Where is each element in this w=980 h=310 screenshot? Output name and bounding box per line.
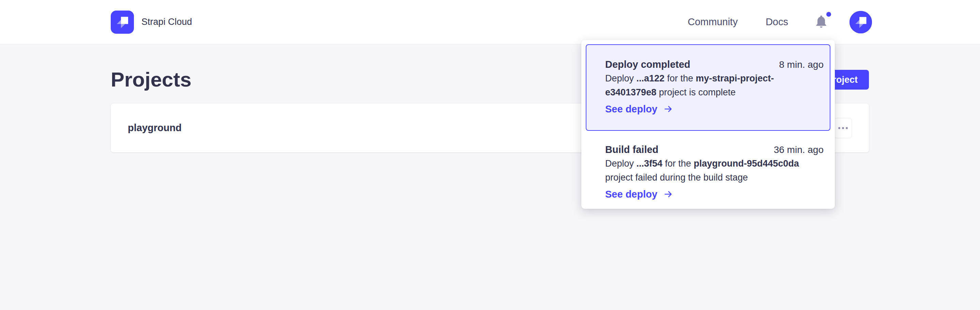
notification-body: Deploy ...3f54 for the playground-95d445… (605, 157, 824, 184)
see-deploy-link[interactable]: See deploy (605, 102, 824, 116)
brand-title: Strapi Cloud (142, 17, 192, 27)
page-title: Projects (111, 70, 191, 90)
notification-title: Deploy completed (605, 57, 690, 71)
arrow-right-icon (663, 189, 674, 199)
see-deploy-label: See deploy (605, 103, 657, 115)
top-navbar: Strapi Cloud Community Docs (0, 0, 980, 44)
notification-item-deploy-completed[interactable]: Deploy completed 8 min. ago Deploy ...a1… (586, 44, 830, 131)
notification-time: 8 min. ago (779, 58, 824, 72)
notifications-bell-button[interactable] (813, 13, 830, 32)
see-deploy-label: See deploy (605, 189, 657, 200)
notification-item-build-failed[interactable]: Build failed 36 min. ago Deploy ...3f54 … (586, 131, 830, 204)
notification-title: Build failed (605, 143, 658, 156)
ellipsis-icon (838, 127, 848, 129)
nav-link-docs[interactable]: Docs (766, 16, 788, 28)
notification-time: 36 min. ago (774, 143, 824, 157)
project-name: playground (128, 122, 181, 134)
brand[interactable]: Strapi Cloud (111, 11, 192, 34)
notifications-popover: Deploy completed 8 min. ago Deploy ...a1… (581, 40, 835, 209)
user-avatar-button[interactable] (850, 11, 872, 33)
notification-title-row: Deploy completed 8 min. ago (605, 57, 824, 72)
bell-icon (814, 13, 829, 31)
project-menu-button[interactable] (834, 118, 852, 138)
strapi-logo-icon (111, 11, 134, 34)
nav-link-community[interactable]: Community (687, 16, 738, 28)
header-actions: Community Docs (687, 11, 872, 33)
notification-title-row: Build failed 36 min. ago (605, 143, 824, 157)
see-deploy-link[interactable]: See deploy (605, 188, 824, 201)
arrow-right-icon (663, 104, 674, 114)
unread-indicator-dot (826, 12, 831, 17)
notification-body: Deploy ...a122 for the my-strapi-project… (605, 72, 824, 100)
